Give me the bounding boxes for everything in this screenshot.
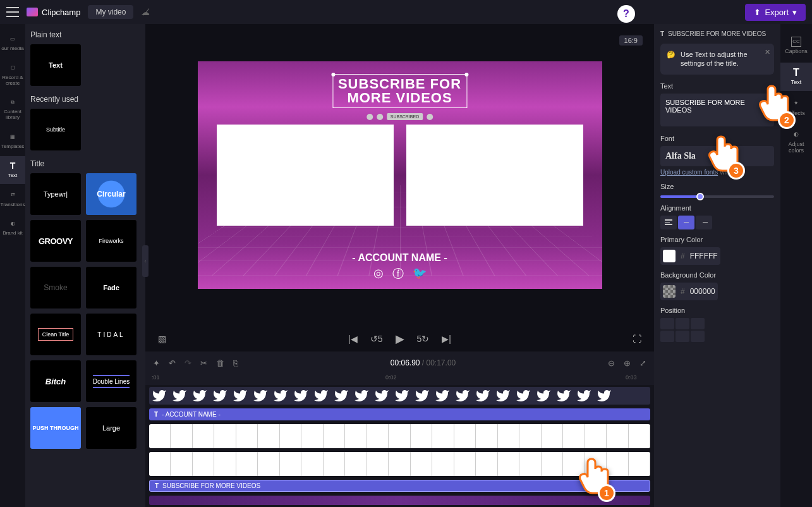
canvas-subscribed-row: SUBSCRIBED: [367, 113, 433, 120]
text-content-input[interactable]: [660, 94, 774, 126]
position-label: Position: [660, 307, 774, 314]
thumb-fireworks[interactable]: Fireworks: [86, 220, 136, 262]
alignment-label: Alignment: [660, 204, 774, 212]
rail-captions[interactable]: CCCaptions: [780, 32, 812, 60]
thumb-text[interactable]: Text: [30, 44, 81, 86]
rail-effects[interactable]: ✦Effects: [780, 94, 812, 122]
zoom-fit-button[interactable]: ⤢: [639, 358, 646, 368]
thumb-typewriter[interactable]: Typewr|: [30, 173, 81, 215]
rail-adjust-colors[interactable]: ◐Adjust colors: [780, 125, 812, 159]
cloud-sync-icon[interactable]: ☁̸: [141, 7, 150, 17]
play-button[interactable]: ▶: [396, 332, 404, 346]
section-title: Title: [30, 159, 140, 168]
thumb-subtitle[interactable]: Subtitle: [30, 109, 81, 150]
magic-button[interactable]: ✦: [153, 358, 160, 368]
redo-button[interactable]: ↷: [185, 358, 191, 368]
thumb-tidal[interactable]: TIDAL: [86, 314, 136, 355]
timeline[interactable]: :01 0:02 0:03: [145, 374, 654, 507]
size-slider[interactable]: [660, 195, 774, 198]
bell-icon: [427, 114, 433, 120]
slider-thumb[interactable]: [696, 193, 704, 200]
align-right-button[interactable]: [696, 216, 712, 229]
instagram-icon: ◎: [373, 266, 384, 281]
video-name-input[interactable]: My video: [88, 5, 133, 19]
forward-5-button[interactable]: 5↻: [417, 334, 430, 344]
help-button[interactable]: ?: [617, 5, 635, 23]
rail-content-library[interactable]: ⧉Content library: [0, 92, 25, 126]
track-social-icons[interactable]: [149, 387, 650, 405]
align-left-button[interactable]: [660, 216, 677, 229]
thumb-large[interactable]: Large: [86, 407, 136, 449]
color-swatch-transparent: [663, 285, 676, 298]
pos-mid-left[interactable]: [660, 331, 674, 342]
close-tip-button[interactable]: ✕: [765, 47, 770, 56]
upload-fonts-link[interactable]: Upload custom fonts: [660, 169, 718, 176]
rail-text-props[interactable]: TText: [780, 63, 812, 91]
cut-button[interactable]: ✂: [200, 358, 207, 368]
text-icon: T: [8, 161, 18, 171]
menu-button[interactable]: [6, 7, 19, 17]
thumb-fade[interactable]: Fade: [86, 267, 136, 308]
zoom-out-button[interactable]: ⊖: [608, 358, 615, 368]
split-button[interactable]: ⎘: [233, 358, 238, 368]
font-selector[interactable]: Alfa Sla: [660, 146, 774, 166]
thumb-double-lines[interactable]: Double Lines: [86, 360, 136, 402]
timeline-ruler[interactable]: :01 0:02 0:03: [145, 374, 654, 385]
primary-color-label: Primary Color: [660, 236, 774, 243]
thumb-bitch[interactable]: Bitch: [30, 360, 81, 402]
skip-end-button[interactable]: ▶|: [442, 334, 451, 344]
thumb-push-through[interactable]: PUSH THROUGH: [30, 407, 81, 449]
text-icon: T: [791, 68, 801, 78]
track-placeholder-1[interactable]: [149, 424, 650, 448]
upload-icon: ⬆: [754, 8, 761, 17]
zoom-in-button[interactable]: ⊕: [624, 358, 631, 368]
grid-icon: ▦: [8, 132, 18, 142]
thumb-groovy[interactable]: GROOVY: [30, 220, 81, 262]
text-icon: T: [660, 30, 664, 37]
contrast-icon: ◐: [791, 130, 801, 140]
size-label: Size: [660, 183, 774, 190]
undo-button[interactable]: ↶: [169, 358, 176, 368]
position-grid: [660, 318, 774, 342]
rail-record-create[interactable]: ◻Record & create: [0, 58, 25, 92]
fullscreen-button[interactable]: ⛶: [633, 334, 641, 344]
thumb-smoke[interactable]: Smoke: [30, 267, 81, 308]
pos-top-center[interactable]: [676, 318, 689, 329]
canvas-placeholder-right: [406, 125, 583, 226]
primary-color-input[interactable]: #FFFFFF: [660, 247, 720, 265]
canvas-placeholder-left: [217, 125, 394, 226]
aspect-ratio-badge[interactable]: 16:9: [619, 35, 643, 46]
thumb-clean-title[interactable]: Clean Title: [30, 314, 81, 355]
rewind-5-button[interactable]: ↺5: [370, 334, 383, 344]
export-button[interactable]: ⬆ Export ▾: [745, 4, 806, 21]
timeline-toolbar: ✦ ↶ ↷ ✂ 🗑 ⎘ 00:06.90 / 00:17.00 ⊖ ⊕ ⤢: [145, 351, 654, 374]
thumb-circular[interactable]: Circular: [86, 173, 136, 215]
pos-top-right[interactable]: [691, 318, 705, 329]
pos-top-left[interactable]: [660, 318, 674, 329]
rail-brand-kit[interactable]: ◐Brand kit: [0, 214, 25, 241]
transitions-icon: ⇄: [8, 190, 18, 200]
rail-transitions[interactable]: ⇄Transitions: [0, 185, 25, 213]
rail-text[interactable]: TText: [0, 156, 25, 184]
wand-icon: ✦: [791, 99, 801, 109]
camera-off-icon[interactable]: ▧: [158, 334, 166, 344]
canvas-title-text[interactable]: SUBSCRIBE FOR MORE VIDEOS: [332, 74, 467, 108]
rail-templates[interactable]: ▦Templates: [0, 127, 25, 155]
track-subscribe[interactable]: T SUBSCRIBE FOR MORE VIDEOS: [149, 480, 650, 492]
rail-your-media[interactable]: ▭our media: [0, 29, 25, 57]
pos-mid-center[interactable]: [676, 331, 689, 342]
bg-color-label: Background Color: [660, 271, 774, 279]
skip-start-button[interactable]: |◀: [348, 334, 358, 344]
editor-center: ‹ 16:9 SUBSCRIBE FOR MORE VIDEOS SUBSCRI…: [145, 24, 654, 507]
track-account-name[interactable]: T - ACCOUNT NAME -: [149, 408, 650, 420]
video-canvas[interactable]: SUBSCRIBE FOR MORE VIDEOS SUBSCRIBED - A…: [198, 61, 602, 289]
tip-callout: 🤔 Use Text to adjust the settings of the…: [660, 44, 774, 75]
library-icon: ⧉: [8, 97, 18, 107]
track-placeholder-2[interactable]: [149, 452, 650, 476]
bg-color-input[interactable]: #000000: [660, 283, 718, 300]
track-background-video[interactable]: [149, 496, 650, 505]
delete-button[interactable]: 🗑: [216, 358, 224, 368]
align-center-button[interactable]: [678, 216, 694, 229]
color-swatch: [663, 250, 676, 262]
pos-mid-right[interactable]: [691, 331, 705, 342]
